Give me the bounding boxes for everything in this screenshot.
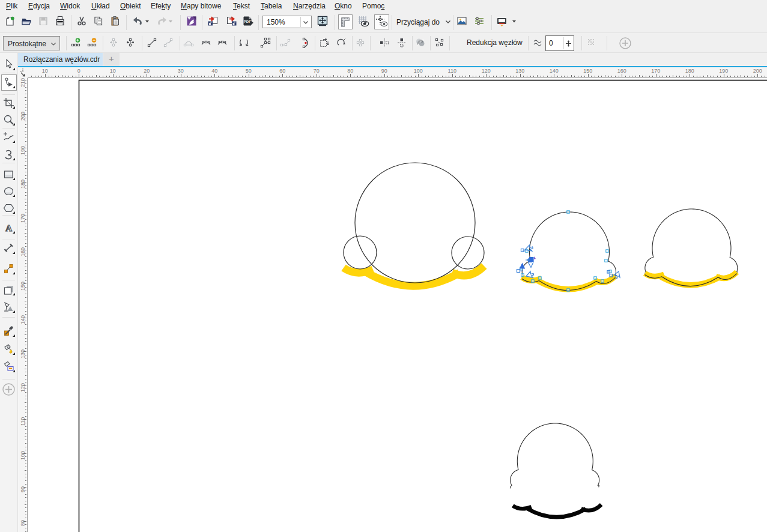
svg-text:A: A [5, 223, 13, 233]
